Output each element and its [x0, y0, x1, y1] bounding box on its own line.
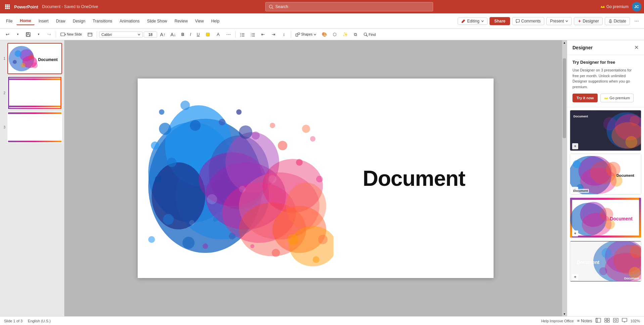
svg-point-102 [269, 175, 277, 183]
slide-thumb-3[interactable] [7, 112, 62, 143]
increase-indent-button[interactable]: ⇥ [269, 30, 278, 39]
shapes-button[interactable]: Shapes [293, 29, 319, 40]
svg-point-108 [630, 116, 640, 126]
scroll-up-button[interactable]: ▲ [562, 40, 567, 45]
more-text-button[interactable]: ··· [224, 30, 233, 39]
svg-point-92 [313, 256, 320, 263]
slide-panel: 1 Document [0, 40, 64, 316]
design-card-2[interactable]: Document + Document [570, 154, 641, 195]
fill-button[interactable]: 🎨 [320, 30, 329, 39]
outline-button[interactable]: ⬡ [330, 30, 339, 39]
layout-button[interactable] [85, 30, 95, 39]
effects-button[interactable]: ✨ [340, 30, 350, 39]
font-color-button[interactable]: A [214, 30, 223, 39]
pencil-icon [461, 19, 465, 23]
tab-review[interactable]: Review [171, 17, 191, 25]
notes-button[interactable]: ≡ Notes [577, 318, 592, 323]
svg-rect-144 [605, 318, 607, 320]
tab-design[interactable]: Design [70, 17, 89, 25]
undo-dropdown-button[interactable]: ▼ [13, 30, 22, 39]
slideshow-icon [622, 318, 627, 323]
reading-view-button[interactable] [613, 318, 618, 324]
go-premium-button[interactable]: Go premium [600, 94, 634, 102]
separator-1 [56, 31, 56, 38]
ribbon-right: Editing Share Comments Present Designer [458, 17, 641, 25]
redo-button[interactable]: ↪ [44, 30, 54, 39]
design-card-4[interactable]: Document Document + [570, 241, 641, 282]
slideshow-view-button[interactable] [622, 318, 627, 324]
tab-animations[interactable]: Animations [116, 17, 143, 25]
svg-point-95 [229, 233, 236, 239]
design-card-3[interactable]: Document + [570, 197, 641, 238]
numbering-button[interactable]: 1. 2. 3. [248, 30, 258, 39]
help-improve-link[interactable]: Help Improve Office [541, 319, 574, 323]
more-options-button[interactable]: ··· [632, 17, 641, 25]
svg-text:Document: Document [38, 57, 57, 62]
share-button[interactable]: Share [490, 17, 510, 25]
svg-rect-2 [8, 4, 10, 6]
normal-view-button[interactable] [596, 318, 601, 324]
tab-home[interactable]: Home [16, 17, 34, 25]
save-button[interactable] [24, 30, 33, 39]
italic-button[interactable]: I [188, 30, 193, 39]
design-card-1[interactable]: Document + [570, 110, 641, 151]
dictate-button[interactable]: Dictate [605, 17, 630, 25]
design-card-add-1[interactable]: + [572, 143, 578, 149]
app-grid-icon[interactable] [3, 2, 12, 11]
try-now-button[interactable]: Try it now [572, 94, 598, 102]
bullets-button[interactable] [238, 30, 247, 39]
scroll-down-button[interactable]: ▼ [562, 312, 567, 316]
svg-point-45 [21, 63, 26, 68]
slide-row-3: 3 [2, 112, 62, 143]
present-button[interactable]: Present [546, 17, 571, 25]
design-card-add-4[interactable]: + [572, 274, 578, 280]
undo-button[interactable]: ↩ [3, 30, 12, 39]
svg-point-46 [13, 60, 17, 64]
designer-close-button[interactable]: ✕ [634, 44, 639, 51]
save-dropdown-button[interactable]: ▼ [34, 30, 43, 39]
crown-icon [600, 4, 605, 9]
slide-thumb-1[interactable]: Document [7, 43, 62, 74]
tab-insert[interactable]: Insert [35, 17, 52, 25]
tab-transitions[interactable]: Transitions [89, 17, 116, 25]
go-premium-link[interactable]: Go premium [600, 4, 629, 9]
crown-icon-small [604, 96, 608, 100]
slide-area[interactable]: Document [138, 78, 494, 278]
svg-rect-53 [8, 112, 61, 114]
svg-rect-23 [206, 33, 210, 36]
slide-sorter-button[interactable] [604, 318, 610, 324]
editing-mode-button[interactable]: Editing [458, 17, 488, 25]
underline-button[interactable]: U [194, 30, 202, 39]
design-card-add-3[interactable]: + [572, 230, 578, 236]
font-size-decrease[interactable]: A↓ [169, 30, 178, 39]
tab-help[interactable]: Help [208, 17, 223, 25]
tab-slideshow[interactable]: Slide Show [144, 17, 171, 25]
avatar[interactable]: JC [632, 2, 641, 11]
slide-thumb-2[interactable] [7, 76, 62, 109]
tab-draw[interactable]: Draw [53, 17, 69, 25]
comments-button[interactable]: Comments [512, 17, 544, 25]
slide-num-1: 1 [2, 57, 5, 60]
tab-view[interactable]: View [192, 17, 207, 25]
svg-rect-123 [570, 235, 641, 237]
search-bar[interactable]: Search [265, 2, 433, 11]
status-bar: Slide 1 of 3 English (U.S.) Help Improve… [0, 316, 644, 325]
new-slide-button[interactable]: New Slide [58, 29, 84, 40]
slide-canvas[interactable]: Document ▲ ▼ [64, 40, 567, 316]
font-size-input[interactable] [144, 32, 157, 38]
slide-canvas-scrollbar[interactable]: ▲ ▼ [562, 40, 567, 316]
tab-file[interactable]: File [3, 17, 16, 25]
shapes-icon [295, 33, 300, 37]
magic-icon [578, 19, 582, 23]
arrange-button[interactable]: ⧉ [351, 30, 360, 39]
svg-point-81 [163, 214, 174, 225]
designer-button[interactable]: Designer [574, 17, 603, 25]
highlight-button[interactable] [203, 30, 213, 39]
decrease-indent-button[interactable]: ⇤ [259, 30, 268, 39]
slide-title-text[interactable]: Document [363, 166, 465, 191]
find-button[interactable]: Find [361, 29, 378, 40]
font-size-increase[interactable]: A↑ [158, 30, 168, 39]
bold-button[interactable]: B [179, 30, 187, 39]
line-spacing-button[interactable]: ↕ [279, 30, 289, 39]
font-family-selector[interactable]: Calibri [99, 32, 143, 38]
